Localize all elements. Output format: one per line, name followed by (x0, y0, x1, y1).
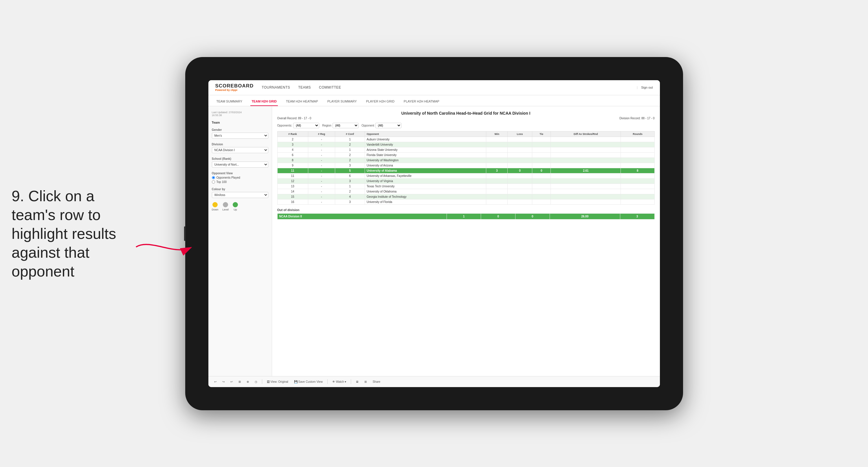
cell-reg: - (308, 173, 335, 178)
table-row[interactable]: 2-1Auburn University (277, 137, 654, 142)
cell-rank: 15 (277, 194, 308, 199)
cell-tie (532, 142, 551, 147)
tablet-side-button (184, 226, 186, 241)
sidebar-school-select[interactable]: University of Nort... (212, 162, 268, 168)
cell-conf: 2 (335, 152, 365, 157)
cell-reg: - (308, 199, 335, 204)
radio-opponents-played[interactable]: Opponents Played (212, 176, 268, 179)
cell-opponent: University of Virginia (365, 178, 486, 183)
cell-tie (532, 189, 551, 194)
subnav-player-h2h-grid[interactable]: PLAYER H2H GRID (365, 97, 396, 106)
table-row[interactable]: 6-2Florida State University (277, 152, 654, 157)
toolbar-layout[interactable]: ⊞ (363, 380, 368, 384)
h2h-table: # Rank # Reg # Conf Opponent Win Loss Ti… (277, 131, 655, 205)
cell-tie (532, 157, 551, 163)
sidebar-division-select[interactable]: NCAA Division I NCAA Division II (212, 147, 268, 153)
subnav-team-h2h-heatmap[interactable]: TEAM H2H HEATMAP (285, 97, 319, 106)
filter-region-select[interactable]: (All) (333, 123, 359, 128)
sign-out-link[interactable]: Sign out (641, 86, 653, 89)
cell-diff (551, 157, 621, 163)
nav-tournaments[interactable]: TOURNAMENTS (261, 84, 290, 91)
cell-rounds (621, 163, 654, 168)
cell-rank: 6 (277, 152, 308, 157)
nav-teams[interactable]: TEAMS (298, 84, 311, 91)
subnav-team-summary[interactable]: TEAM SUMMARY (215, 97, 244, 106)
cell-win (486, 152, 507, 157)
toolbar-back[interactable]: ↩ (229, 380, 234, 384)
toolbar-add[interactable]: ⊕ (245, 380, 250, 384)
table-row[interactable]: 9-3University of Arizona (277, 163, 654, 168)
table-row[interactable]: 14-2University of Oklahoma (277, 189, 654, 194)
out-div-diff: 26.00 (550, 213, 620, 219)
toolbar-redo[interactable]: ↪ (221, 380, 226, 384)
cell-rounds (621, 147, 654, 152)
cell-opponent: Florida State University (365, 152, 486, 157)
nav-divider: | (637, 86, 638, 89)
nav-committee[interactable]: COMMITTEE (319, 84, 341, 91)
toolbar-display[interactable]: 🖥 (354, 380, 360, 384)
sidebar-timestamp: Last Updated: 27/03/2024 16:55:38 (212, 111, 268, 117)
cell-rounds (621, 199, 654, 204)
cell-loss (507, 152, 532, 157)
cell-loss (507, 142, 532, 147)
cell-rank: 13 (277, 183, 308, 189)
cell-tie (532, 137, 551, 142)
subnav-team-h2h-grid[interactable]: TEAM H2H GRID (250, 97, 278, 106)
cell-diff (551, 163, 621, 168)
filter-opponent-select[interactable]: (All) (375, 123, 401, 128)
cell-opponent: Arizona State University (365, 147, 486, 152)
table-row[interactable]: 12-3University of Virginia (277, 178, 654, 183)
instruction-body: Click on a team's row to highlight resul… (11, 187, 116, 280)
subnav-player-h2h-heatmap[interactable]: PLAYER H2H HEATMAP (403, 97, 440, 106)
instruction-text: 9. Click on a team's row to highlight re… (11, 186, 122, 281)
filter-opponents-select[interactable]: (All) (293, 123, 319, 128)
table-row[interactable]: 4-1Arizona State University (277, 147, 654, 152)
grid-filters: Opponents: (All) Region (All) Opponent (277, 123, 655, 128)
out-of-div-table: NCAA Division II 1 0 0 26.00 3 (277, 213, 655, 220)
toolbar-watch[interactable]: 👁 Watch ▾ (331, 380, 348, 384)
cell-win (486, 173, 507, 178)
cell-reg: - (308, 194, 335, 199)
cell-diff (551, 152, 621, 157)
radio-top-100[interactable]: Top 100 (212, 180, 268, 183)
sidebar-gender-select[interactable]: Men's Women's (212, 133, 268, 139)
cell-rounds (621, 152, 654, 157)
cell-loss (507, 183, 532, 189)
sidebar-division-label: Division (212, 143, 268, 146)
cell-diff (551, 137, 621, 142)
legend-up: Up (233, 202, 238, 211)
sidebar-school-label: School (Rank) (212, 157, 268, 160)
sidebar-opponent-view-label: Opponent View (212, 172, 268, 175)
toolbar-sep-3 (351, 379, 351, 384)
toolbar-save-custom[interactable]: 💾 Save Custom View (293, 380, 324, 384)
toolbar-clock[interactable]: ◷ (253, 380, 258, 384)
sidebar-colour-select[interactable]: Win/loss (212, 192, 268, 198)
sidebar-division-section: Division NCAA Division I NCAA Division I… (212, 143, 268, 153)
cell-diff (551, 147, 621, 152)
table-row[interactable]: 11-5University of Alabama3002.618 (277, 168, 654, 173)
cell-rounds (621, 137, 654, 142)
cell-rounds (621, 189, 654, 194)
col-reg: # Reg (308, 131, 335, 137)
toolbar-undo[interactable]: ↩ (213, 380, 218, 384)
cell-opponent: University of Alabama (365, 168, 486, 173)
toolbar-view-original[interactable]: 🖼 View: Original (266, 380, 289, 384)
toolbar-share[interactable]: Share (371, 380, 381, 384)
subnav-player-summary[interactable]: PLAYER SUMMARY (326, 97, 358, 106)
table-row[interactable]: 8-2University of Washington (277, 157, 654, 163)
out-div-loss: 0 (481, 213, 516, 219)
cell-tie (532, 152, 551, 157)
cell-loss (507, 147, 532, 152)
cell-reg: - (308, 142, 335, 147)
out-of-div-row[interactable]: NCAA Division II 1 0 0 26.00 3 (277, 213, 654, 219)
step-number: 9. (11, 187, 24, 204)
toolbar-grid[interactable]: ⊞ (237, 380, 242, 384)
main-content: Last Updated: 27/03/2024 16:55:38 Team G… (208, 106, 660, 376)
table-row[interactable]: 3-2Vanderbilt University (277, 142, 654, 147)
table-row[interactable]: 11-6University of Arkansas, Fayetteville (277, 173, 654, 178)
table-row[interactable]: 13-1Texas Tech University (277, 183, 654, 189)
sidebar-opponent-view-section: Opponent View Opponents Played Top 100 (212, 172, 268, 183)
table-row[interactable]: 16-3University of Florida (277, 199, 654, 204)
table-row[interactable]: 15-4Georgia Institute of Technology (277, 194, 654, 199)
cell-win (486, 183, 507, 189)
